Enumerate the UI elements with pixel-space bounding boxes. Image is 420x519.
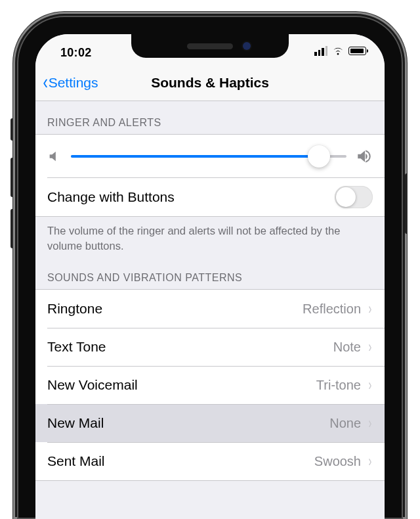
row-new-voicemail[interactable]: New Voicemail Tri-tone › [35, 366, 385, 404]
group-ringer: Change with Buttons [35, 134, 385, 217]
front-camera [243, 42, 251, 50]
row-label: New Voicemail [47, 377, 138, 393]
chevron-right-icon: › [369, 338, 372, 356]
slider-thumb[interactable] [308, 145, 330, 168]
earpiece [187, 43, 233, 49]
chevron-right-icon: › [369, 414, 372, 432]
phone-frame: 10:02 ‹ Settings Sounds & Haptics RI [13, 12, 407, 519]
cellular-icon [314, 46, 327, 56]
notch [131, 34, 289, 58]
status-time: 10:02 [60, 46, 92, 60]
row-value: Tri-tone [316, 378, 361, 393]
row-sent-mail[interactable]: Sent Mail Swoosh › [35, 442, 385, 480]
row-label: New Mail [47, 415, 104, 431]
section-header-ringer: RINGER AND ALERTS [35, 101, 385, 134]
change-with-buttons-toggle[interactable] [335, 186, 373, 208]
row-value: None [329, 416, 361, 431]
section-footer-ringer: The volume of the ringer and alerts will… [35, 217, 385, 256]
change-with-buttons-row: Change with Buttons [35, 178, 385, 216]
speaker-high-icon [356, 148, 373, 165]
chevron-left-icon: ‹ [43, 71, 48, 92]
ringer-volume-slider[interactable] [71, 155, 346, 158]
row-label: Sent Mail [47, 453, 105, 469]
row-ringtone[interactable]: Ringtone Reflection › [35, 290, 385, 328]
change-with-buttons-label: Change with Buttons [47, 189, 175, 205]
ringer-volume-row [35, 135, 385, 178]
row-text-tone[interactable]: Text Tone Note › [35, 328, 385, 366]
power-button-hardware [405, 173, 407, 234]
chevron-right-icon: › [369, 452, 372, 470]
screen: 10:02 ‹ Settings Sounds & Haptics RI [35, 34, 385, 519]
slider-fill [71, 155, 319, 158]
back-label: Settings [49, 75, 98, 91]
wifi-icon [332, 47, 344, 56]
speaker-low-icon [47, 149, 62, 164]
nav-bar: ‹ Settings Sounds & Haptics [35, 64, 385, 101]
row-value: Note [333, 340, 361, 355]
row-new-mail[interactable]: New Mail None › [35, 404, 385, 442]
section-header-patterns: SOUNDS AND VIBRATION PATTERNS [35, 256, 385, 289]
battery-icon [348, 47, 366, 55]
row-label: Text Tone [47, 339, 106, 355]
back-button[interactable]: ‹ Settings [42, 64, 98, 101]
row-value: Swoosh [314, 454, 361, 469]
chevron-right-icon: › [369, 376, 372, 394]
row-label: Ringtone [47, 301, 102, 317]
row-value: Reflection [303, 302, 361, 317]
group-patterns: Ringtone Reflection › Text Tone Note › N… [35, 289, 385, 481]
toggle-knob [336, 187, 356, 207]
chevron-right-icon: › [369, 300, 372, 318]
nav-title: Sounds & Haptics [151, 75, 269, 91]
